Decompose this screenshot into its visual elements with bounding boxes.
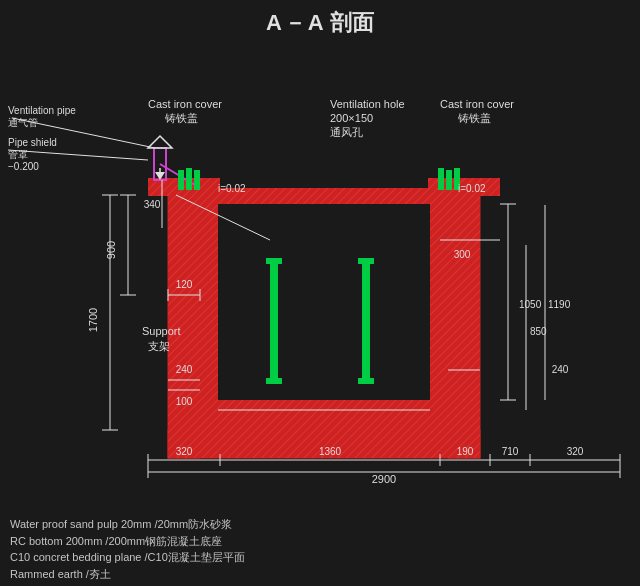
dim-2900: 2900 (372, 473, 396, 485)
svg-rect-38 (358, 258, 374, 264)
label-slope-left: i=0.02 (218, 183, 246, 194)
dim-100: 100 (176, 396, 193, 407)
note-4: Rammed earth /夯土 (10, 566, 630, 583)
svg-rect-34 (270, 260, 278, 380)
label-vent-hole-cn: 通风孔 (330, 126, 363, 138)
label-support-en: Support (142, 325, 181, 337)
svg-rect-37 (362, 260, 370, 380)
main-container: A－A 剖面 (0, 0, 640, 586)
dim-1190: 1190 (548, 299, 571, 310)
svg-rect-36 (266, 378, 282, 384)
title-subtitle: 剖面 (330, 10, 374, 35)
note-3: C10 concret bedding plane /C10混凝土垫层平面 (10, 549, 630, 566)
dim-900: 900 (105, 241, 117, 259)
svg-rect-31 (438, 168, 444, 190)
label-slope-right: i=0.02 (458, 183, 486, 194)
label-cast-iron-cover-en-left: Cast iron cover (148, 98, 222, 110)
svg-rect-35 (266, 258, 282, 264)
svg-rect-39 (358, 378, 374, 384)
label-vent-hole-size: 200×150 (330, 112, 373, 124)
svg-rect-29 (186, 168, 192, 190)
label-vent-pipe-cn: 通气管 (8, 117, 38, 128)
title-text: A－A (266, 10, 326, 35)
note-1: Water proof sand pulp 20mm /20mm防水砂浆 (10, 516, 630, 533)
svg-rect-20 (200, 400, 448, 418)
label-cast-iron-cover-cn-right: 铸铁盖 (457, 112, 491, 124)
dim-300: 300 (454, 249, 471, 260)
dim-710: 710 (502, 446, 519, 457)
label-pipe-shield-en: Pipe shield (8, 137, 57, 148)
label-support-cn: 支架 (148, 340, 170, 352)
label-cast-iron-cover-en-right: Cast iron cover (440, 98, 514, 110)
main-svg: 900 1700 340 120 240 100 (0, 40, 640, 530)
svg-rect-28 (178, 170, 184, 190)
dim-340: 340 (144, 199, 161, 210)
dim-1700: 1700 (87, 308, 99, 332)
label-vent-hole-en: Ventilation hole (330, 98, 405, 110)
title-area: A－A 剖面 (0, 0, 640, 38)
dim-320-right: 320 (567, 446, 584, 457)
svg-rect-16 (200, 204, 218, 410)
dim-240-right: 240 (552, 364, 569, 375)
dim-1050: 1050 (519, 299, 542, 310)
dim-120: 120 (176, 279, 193, 290)
label-pipe-shield-level: −0.200 (8, 161, 39, 172)
svg-rect-18 (430, 204, 448, 410)
svg-rect-32 (446, 170, 452, 190)
dim-320-left: 320 (176, 446, 193, 457)
note-2: RC bottom 200mm /200mm钢筋混凝土底座 (10, 533, 630, 550)
notes-area: Water proof sand pulp 20mm /20mm防水砂浆 RC … (0, 512, 640, 586)
dim-240-left: 240 (176, 364, 193, 375)
label-vent-pipe-en: Ventilation pipe (8, 105, 76, 116)
dim-190b: 190 (457, 446, 474, 457)
label-pipe-shield-cn: 管罩 (8, 149, 28, 160)
dim-1360: 1360 (319, 446, 342, 457)
diagram-area: 900 1700 340 120 240 100 (0, 40, 640, 530)
svg-rect-30 (194, 170, 200, 190)
label-cast-iron-cover-cn-left: 铸铁盖 (164, 112, 198, 124)
